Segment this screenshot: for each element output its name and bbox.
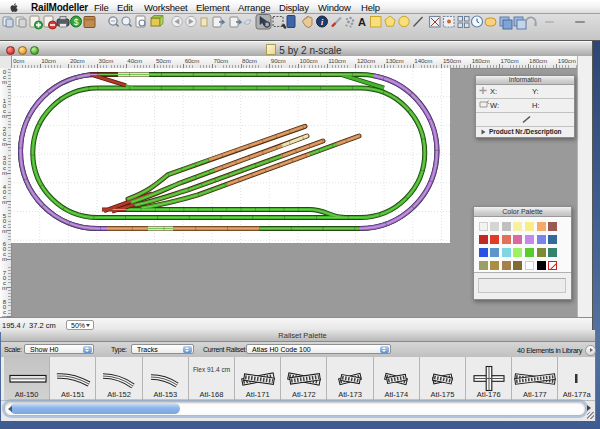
svg-text:$: $ xyxy=(74,17,79,27)
svg-text:A: A xyxy=(358,16,366,28)
